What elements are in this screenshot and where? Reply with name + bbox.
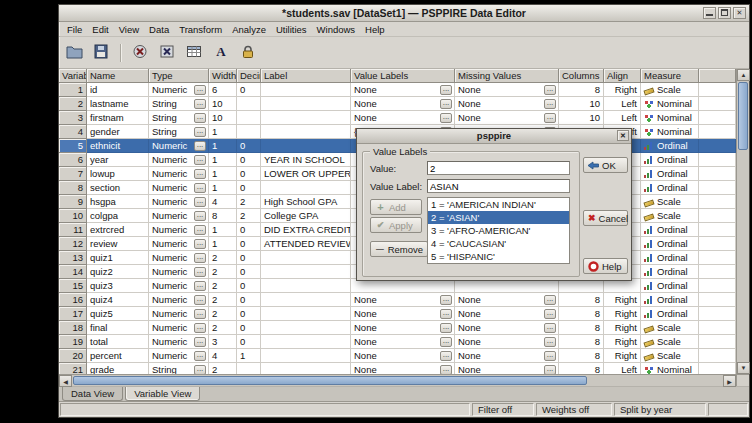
cell-measure[interactable]: Ordinal (641, 293, 699, 307)
cell-columns[interactable]: 8 (559, 349, 604, 363)
cancel-button[interactable]: ✖ Cancel (583, 210, 628, 226)
row-number[interactable]: 14 (59, 265, 87, 279)
cell-label[interactable] (261, 349, 351, 363)
cell-columns[interactable]: 8 (559, 321, 604, 335)
menu-file[interactable]: File (62, 23, 87, 36)
cell-name[interactable]: ethnicit (87, 139, 149, 153)
cell-width[interactable]: 2 (209, 265, 237, 279)
row-number[interactable]: 6 (59, 153, 87, 167)
minimize-button[interactable] (703, 7, 716, 19)
cell-decimals[interactable]: 0 (237, 223, 261, 237)
help-button[interactable]: Help (583, 258, 628, 274)
cell-columns[interactable]: 8 (559, 307, 604, 321)
cell-columns[interactable] (559, 279, 604, 293)
cell-decimals[interactable] (237, 363, 261, 374)
cell-align[interactable]: Left (604, 363, 641, 374)
cell-value-labels[interactable]: None... (351, 349, 455, 363)
ellipsis-button[interactable]: ... (194, 281, 206, 291)
cell-name[interactable]: final (87, 321, 149, 335)
row-number[interactable]: 5 (59, 139, 87, 153)
cell-decimals[interactable]: 0 (237, 153, 261, 167)
ellipsis-button[interactable]: ... (544, 113, 556, 123)
ellipsis-button[interactable]: ... (544, 351, 556, 361)
row-number[interactable]: 2 (59, 97, 87, 111)
cell-decimals[interactable]: 0 (237, 335, 261, 349)
cell-measure[interactable]: Ordinal (641, 307, 699, 321)
row-number[interactable]: 15 (59, 279, 87, 293)
cell-measure[interactable]: Ordinal (641, 265, 699, 279)
cell-decimals[interactable]: 0 (237, 293, 261, 307)
cell-decimals[interactable] (237, 97, 261, 111)
value-label-item[interactable]: 2 = 'ASIAN' (428, 211, 569, 224)
cell-width[interactable]: 2 (209, 251, 237, 265)
ellipsis-button[interactable]: ... (194, 113, 206, 123)
maximize-button[interactable] (718, 7, 731, 19)
ellipsis-button[interactable]: ... (544, 309, 556, 319)
cell-align[interactable]: Right (604, 307, 641, 321)
cell-value-labels[interactable]: None... (351, 111, 455, 125)
cell-missing-values[interactable]: None... (455, 307, 559, 321)
save-button[interactable] (89, 42, 113, 64)
cell-width[interactable]: 10 (209, 97, 237, 111)
cell-width[interactable]: 2 (209, 307, 237, 321)
delete-cases-button[interactable] (128, 42, 152, 64)
row-number[interactable]: 10 (59, 209, 87, 223)
cell-columns[interactable]: 8 (559, 83, 604, 97)
cell-decimals[interactable]: 2 (237, 209, 261, 223)
cell-name[interactable]: quiz4 (87, 293, 149, 307)
vscroll-track[interactable] (737, 81, 749, 362)
cell-name[interactable]: grade (87, 363, 149, 374)
cell-measure[interactable]: Scale (641, 83, 699, 97)
ellipsis-button[interactable]: ... (194, 253, 206, 263)
cell-value-labels[interactable]: None... (351, 321, 455, 335)
cell-type[interactable]: String... (149, 125, 209, 139)
cell-missing-values[interactable] (455, 279, 559, 293)
cell-measure[interactable]: Ordinal (641, 223, 699, 237)
cell-decimals[interactable]: 2 (237, 195, 261, 209)
cell-label[interactable] (261, 335, 351, 349)
ellipsis-button[interactable]: ... (194, 99, 206, 109)
cell-type[interactable]: Numeric... (149, 167, 209, 181)
ellipsis-button[interactable]: ... (440, 323, 452, 333)
scroll-up-button[interactable]: ▲ (737, 69, 750, 81)
cell-name[interactable]: firstnam (87, 111, 149, 125)
ellipsis-button[interactable]: ... (194, 127, 206, 137)
cell-label[interactable]: DID EXTRA CREDIT PROJECT (261, 223, 351, 237)
cell-align[interactable]: Left (604, 97, 641, 111)
cell-missing-values[interactable]: None... (455, 111, 559, 125)
cell-measure[interactable]: Ordinal (641, 279, 699, 293)
cell-align[interactable]: Right (604, 293, 641, 307)
cell-width[interactable]: 1 (209, 153, 237, 167)
ellipsis-button[interactable]: ... (194, 239, 206, 249)
cell-columns[interactable]: 8 (559, 293, 604, 307)
row-number[interactable]: 16 (59, 293, 87, 307)
cell-decimals[interactable]: 0 (237, 251, 261, 265)
cell-name[interactable]: lastname (87, 97, 149, 111)
cell-missing-values[interactable]: None... (455, 363, 559, 374)
cell-measure[interactable]: Nominal (641, 363, 699, 374)
cell-width[interactable]: 2 (209, 279, 237, 293)
cell-decimals[interactable] (237, 111, 261, 125)
cell-decimals[interactable]: 0 (237, 321, 261, 335)
cell-label[interactable]: LOWER OR UPPER DIVISION (261, 167, 351, 181)
cell-columns[interactable]: 8 (559, 335, 604, 349)
cell-type[interactable]: String... (149, 97, 209, 111)
vscroll-thumb[interactable] (738, 82, 748, 150)
cell-type[interactable]: Numeric... (149, 251, 209, 265)
cell-columns[interactable]: 10 (559, 97, 604, 111)
cell-name[interactable]: extrcred (87, 223, 149, 237)
cell-width[interactable]: 10 (209, 111, 237, 125)
ellipsis-button[interactable]: ... (194, 197, 206, 207)
cell-value-labels[interactable]: None... (351, 307, 455, 321)
cell-value-labels[interactable]: None... (351, 97, 455, 111)
cell-align[interactable]: Right (604, 349, 641, 363)
menu-analyze[interactable]: Analyze (227, 23, 271, 36)
cell-measure[interactable]: Ordinal (641, 167, 699, 181)
cell-decimals[interactable] (237, 125, 261, 139)
cell-align[interactable]: Right (604, 83, 641, 97)
menu-windows[interactable]: Windows (312, 23, 361, 36)
cell-label[interactable] (261, 97, 351, 111)
cell-width[interactable]: 1 (209, 167, 237, 181)
cell-type[interactable]: String... (149, 111, 209, 125)
cell-type[interactable]: Numeric... (149, 265, 209, 279)
